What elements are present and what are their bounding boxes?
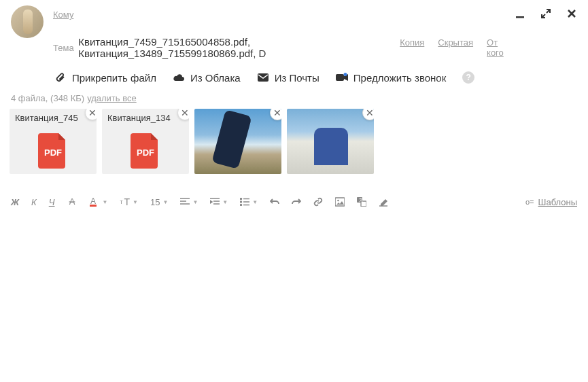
files-count: 4 файла, (348 КБ) — [11, 93, 84, 103]
svg-rect-15 — [361, 201, 366, 207]
attachment-item[interactable]: ✕ — [287, 109, 374, 174]
remove-attachment-button[interactable]: ✕ — [362, 109, 374, 120]
close-icon[interactable] — [566, 8, 577, 19]
svg-text:A: A — [90, 196, 95, 206]
svg-rect-0 — [516, 16, 524, 18]
subject-input[interactable]: Квитанция_7459_715165004858.pdf, Квитанц… — [78, 35, 400, 60]
attach-file-label: Прикрепить файл — [72, 72, 156, 84]
indent-button[interactable]: ▼ — [210, 198, 228, 206]
image-button[interactable] — [335, 197, 345, 207]
svg-text:文: 文 — [359, 197, 363, 202]
pdf-icon: PDF — [102, 127, 189, 174]
svg-rect-12 — [335, 198, 345, 206]
italic-button[interactable]: К — [31, 197, 37, 207]
minimize-icon[interactable] — [515, 8, 525, 19]
svg-point-9 — [241, 198, 242, 200]
align-button[interactable]: ▼ — [180, 198, 198, 206]
from-link[interactable]: От кого — [487, 37, 504, 58]
subject-label: Тема — [53, 43, 78, 53]
attachment-filename: Квитанция_745 — [10, 109, 97, 127]
templates-icon: o= — [525, 198, 534, 206]
pdf-icon: PDF — [10, 127, 97, 174]
from-mail-label: Из Почты — [275, 72, 319, 84]
undo-button[interactable] — [270, 197, 279, 207]
svg-text:PDF: PDF — [44, 147, 62, 158]
translate-button[interactable]: 文 — [357, 197, 366, 207]
link-button[interactable] — [313, 197, 323, 207]
copy-link[interactable]: Копия — [400, 37, 424, 58]
list-button[interactable]: ▼ — [240, 198, 258, 206]
attachment-item[interactable]: Квитанция_745 PDF ✕ — [10, 109, 97, 174]
svg-point-13 — [337, 200, 339, 202]
suggest-call-label: Предложить звонок — [353, 72, 446, 84]
templates-button[interactable]: o= Шаблоны — [525, 197, 577, 207]
video-icon — [336, 71, 348, 84]
to-link[interactable]: Кому — [53, 10, 73, 20]
attachment-filename: Квитанция_134 — [102, 109, 189, 127]
underline-button[interactable]: Ч — [49, 197, 55, 207]
svg-rect-2 — [336, 74, 344, 81]
attachment-item[interactable]: Квитанция_134 PDF ✕ — [102, 109, 189, 174]
text-color-button[interactable]: A ▼ — [89, 196, 108, 207]
help-icon[interactable]: ? — [462, 71, 474, 84]
templates-label: Шаблоны — [538, 197, 578, 207]
font-size-select[interactable]: 15▼ — [150, 197, 168, 207]
bold-button[interactable]: Ж — [11, 197, 19, 207]
svg-point-10 — [241, 201, 242, 203]
mail-icon — [257, 71, 269, 84]
delete-all-link[interactable]: удалить все — [87, 93, 137, 103]
svg-text:PDF: PDF — [137, 147, 154, 158]
paperclip-icon — [54, 71, 67, 84]
cloud-icon — [173, 71, 185, 84]
avatar[interactable] — [11, 5, 44, 38]
svg-rect-8 — [90, 205, 97, 207]
strikethrough-button[interactable]: A — [67, 197, 77, 207]
svg-rect-1 — [258, 73, 269, 82]
svg-point-3 — [343, 73, 347, 76]
font-size-large-button[interactable]: тТ▼ — [120, 196, 138, 207]
svg-text:A: A — [69, 197, 75, 207]
attachment-item[interactable]: ✕ — [194, 109, 281, 174]
remove-attachment-button[interactable]: ✕ — [270, 109, 281, 120]
from-cloud-label: Из Облака — [190, 72, 241, 84]
suggest-call-button[interactable]: Предложить звонок — [336, 71, 446, 84]
from-mail-button[interactable]: Из Почты — [257, 71, 319, 84]
clear-format-button[interactable] — [379, 197, 388, 207]
svg-point-11 — [241, 205, 242, 206]
attach-file-button[interactable]: Прикрепить файл — [54, 71, 156, 84]
redo-button[interactable] — [292, 197, 301, 207]
from-cloud-button[interactable]: Из Облака — [173, 71, 241, 84]
maximize-icon[interactable] — [540, 8, 551, 19]
bcc-link[interactable]: Скрытая — [438, 37, 473, 58]
